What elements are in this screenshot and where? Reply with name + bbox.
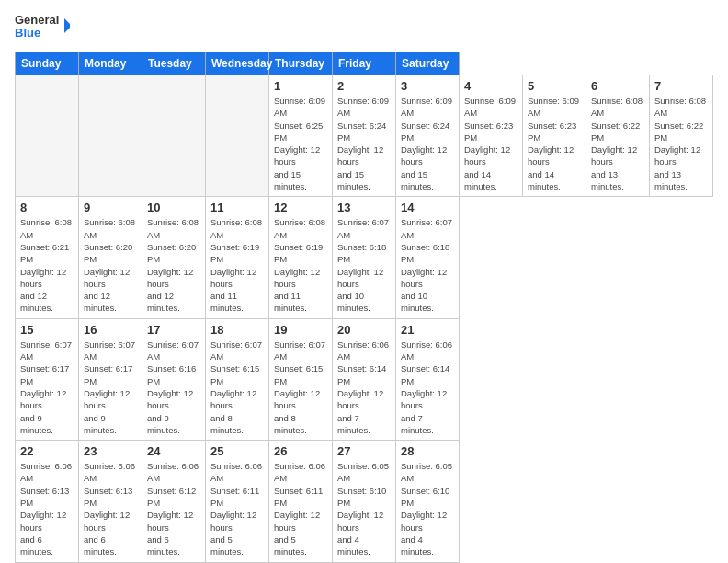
day-number: 13 [337,201,391,214]
day-number: 20 [337,323,391,337]
day-info: Sunrise: 6:06 AMSunset: 6:14 PMDaylight:… [337,339,391,436]
day-number: 15 [20,323,74,337]
day-info: Sunrise: 6:09 AMSunset: 6:24 PMDaylight:… [337,95,391,192]
day-info: Sunrise: 6:06 AMSunset: 6:12 PMDaylight:… [147,460,200,557]
day-number: 11 [210,201,264,214]
weekday-header-sunday: Sunday [16,52,79,75]
day-info: Sunrise: 6:08 AMSunset: 6:19 PMDaylight:… [274,216,327,314]
weekday-header-row: SundayMondayTuesdayWednesdayThursdayFrid… [16,52,713,75]
calendar-cell [206,75,269,197]
weekday-header-wednesday: Wednesday [206,52,269,75]
calendar-cell: 10Sunrise: 6:08 AMSunset: 6:20 PMDayligh… [142,197,206,318]
calendar-cell: 19Sunrise: 6:07 AMSunset: 6:15 PMDayligh… [269,318,333,440]
calendar-cell [142,75,206,197]
day-info: Sunrise: 6:09 AMSunset: 6:24 PMDaylight:… [401,95,454,192]
day-info: Sunrise: 6:05 AMSunset: 6:10 PMDaylight:… [337,460,391,557]
day-number: 3 [401,79,454,93]
day-number: 27 [337,444,391,458]
day-info: Sunrise: 6:06 AMSunset: 6:14 PMDaylight:… [401,339,454,436]
day-number: 21 [401,323,454,337]
day-info: Sunrise: 6:07 AMSunset: 6:16 PMDaylight:… [147,339,200,436]
calendar-cell: 3Sunrise: 6:09 AMSunset: 6:24 PMDaylight… [396,75,460,197]
day-number: 16 [84,323,137,337]
day-number: 9 [84,201,137,214]
weekday-header-saturday: Saturday [396,52,460,75]
day-number: 17 [147,323,200,337]
day-info: Sunrise: 6:06 AMSunset: 6:13 PMDaylight:… [84,460,137,557]
calendar-page: General Blue SundayMondayTuesdayWednesda… [0,0,728,563]
day-number: 22 [20,444,74,458]
weekday-header-monday: Monday [79,52,142,75]
day-number: 24 [147,444,200,458]
weekday-header-thursday: Thursday [269,52,333,75]
week-row-1: 8Sunrise: 6:08 AMSunset: 6:21 PMDaylight… [16,197,713,318]
day-number: 25 [210,444,264,458]
day-info: Sunrise: 6:08 AMSunset: 6:22 PMDaylight:… [654,95,708,192]
day-number: 14 [401,201,454,214]
calendar-cell: 21Sunrise: 6:06 AMSunset: 6:14 PMDayligh… [396,318,460,440]
day-info: Sunrise: 6:07 AMSunset: 6:15 PMDaylight:… [274,339,327,436]
day-info: Sunrise: 6:08 AMSunset: 6:19 PMDaylight:… [210,216,264,314]
day-info: Sunrise: 6:07 AMSunset: 6:18 PMDaylight:… [337,216,391,314]
calendar-cell [79,75,142,197]
weekday-header-friday: Friday [333,52,396,75]
day-number: 4 [464,79,518,93]
day-info: Sunrise: 6:07 AMSunset: 6:18 PMDaylight:… [401,216,454,314]
week-row-0: 1Sunrise: 6:09 AMSunset: 6:25 PMDaylight… [16,75,713,197]
calendar-cell: 17Sunrise: 6:07 AMSunset: 6:16 PMDayligh… [142,318,206,440]
week-row-2: 15Sunrise: 6:07 AMSunset: 6:17 PMDayligh… [16,318,713,440]
svg-text:Blue: Blue [15,26,40,40]
logo: General Blue [15,11,70,44]
calendar-cell: 11Sunrise: 6:08 AMSunset: 6:19 PMDayligh… [206,197,269,318]
day-info: Sunrise: 6:06 AMSunset: 6:13 PMDaylight:… [20,460,74,557]
day-info: Sunrise: 6:08 AMSunset: 6:21 PMDaylight:… [20,216,74,314]
calendar-cell: 6Sunrise: 6:08 AMSunset: 6:22 PMDaylight… [586,75,650,197]
day-number: 6 [591,79,644,93]
calendar-cell: 13Sunrise: 6:07 AMSunset: 6:18 PMDayligh… [333,197,396,318]
day-info: Sunrise: 6:05 AMSunset: 6:10 PMDaylight:… [401,460,454,557]
calendar-cell: 18Sunrise: 6:07 AMSunset: 6:15 PMDayligh… [206,318,269,440]
calendar-table: SundayMondayTuesdayWednesdayThursdayFrid… [15,52,713,563]
day-info: Sunrise: 6:07 AMSunset: 6:15 PMDaylight:… [210,339,264,436]
calendar-cell: 22Sunrise: 6:06 AMSunset: 6:13 PMDayligh… [16,441,79,562]
day-info: Sunrise: 6:06 AMSunset: 6:11 PMDaylight:… [274,460,327,557]
calendar-cell: 12Sunrise: 6:08 AMSunset: 6:19 PMDayligh… [269,197,333,318]
calendar-cell: 7Sunrise: 6:08 AMSunset: 6:22 PMDaylight… [650,75,713,197]
day-info: Sunrise: 6:07 AMSunset: 6:17 PMDaylight:… [20,339,74,436]
calendar-cell: 27Sunrise: 6:05 AMSunset: 6:10 PMDayligh… [333,441,396,562]
svg-text:General: General [15,13,59,27]
day-info: Sunrise: 6:08 AMSunset: 6:20 PMDaylight:… [84,216,137,314]
day-info: Sunrise: 6:08 AMSunset: 6:22 PMDaylight:… [591,95,644,192]
calendar-cell: 5Sunrise: 6:09 AMSunset: 6:23 PMDaylight… [523,75,586,197]
calendar-cell: 14Sunrise: 6:07 AMSunset: 6:18 PMDayligh… [396,197,460,318]
calendar-cell: 4Sunrise: 6:09 AMSunset: 6:23 PMDaylight… [460,75,523,197]
day-number: 2 [337,79,391,93]
calendar-cell: 23Sunrise: 6:06 AMSunset: 6:13 PMDayligh… [79,441,142,562]
calendar-cell: 15Sunrise: 6:07 AMSunset: 6:17 PMDayligh… [16,318,79,440]
day-number: 5 [528,79,581,93]
day-number: 23 [84,444,137,458]
day-info: Sunrise: 6:06 AMSunset: 6:11 PMDaylight:… [210,460,264,557]
calendar-cell: 24Sunrise: 6:06 AMSunset: 6:12 PMDayligh… [142,441,206,562]
day-info: Sunrise: 6:09 AMSunset: 6:23 PMDaylight:… [464,95,518,192]
day-number: 19 [274,323,327,337]
day-number: 1 [274,79,327,93]
logo-svg: General Blue [15,11,70,44]
day-info: Sunrise: 6:08 AMSunset: 6:20 PMDaylight:… [147,216,200,314]
calendar-cell: 26Sunrise: 6:06 AMSunset: 6:11 PMDayligh… [269,441,333,562]
day-number: 7 [654,79,708,93]
day-info: Sunrise: 6:09 AMSunset: 6:23 PMDaylight:… [528,95,581,192]
day-number: 26 [274,444,327,458]
calendar-cell: 28Sunrise: 6:05 AMSunset: 6:10 PMDayligh… [396,441,460,562]
day-number: 28 [401,444,454,458]
calendar-cell: 8Sunrise: 6:08 AMSunset: 6:21 PMDaylight… [16,197,79,318]
day-number: 8 [20,201,74,214]
calendar-cell: 25Sunrise: 6:06 AMSunset: 6:11 PMDayligh… [206,441,269,562]
svg-marker-2 [64,18,70,33]
day-info: Sunrise: 6:09 AMSunset: 6:25 PMDaylight:… [274,95,327,192]
day-info: Sunrise: 6:07 AMSunset: 6:17 PMDaylight:… [84,339,137,436]
calendar-cell [16,75,79,197]
calendar-cell: 2Sunrise: 6:09 AMSunset: 6:24 PMDaylight… [333,75,396,197]
day-number: 18 [210,323,264,337]
calendar-cell: 1Sunrise: 6:09 AMSunset: 6:25 PMDaylight… [269,75,333,197]
